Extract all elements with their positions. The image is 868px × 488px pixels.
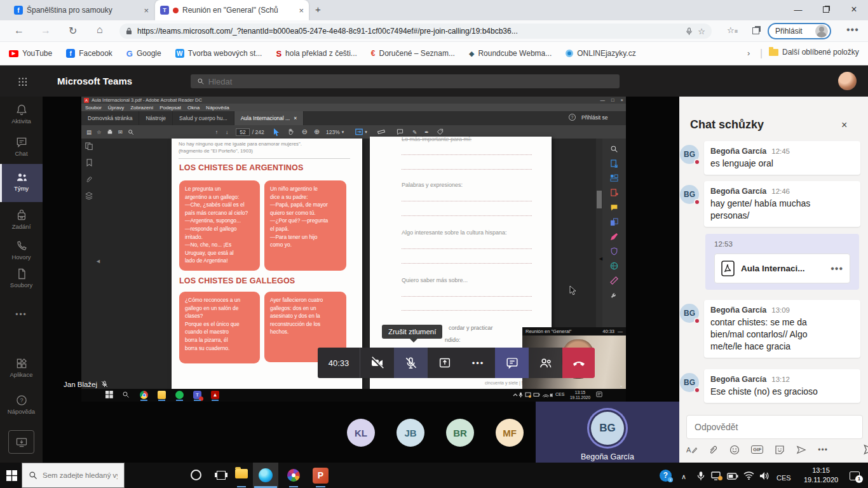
chat-message[interactable]: BG Begoña García12:46 hay gente/ había m… <box>680 181 860 227</box>
export-pdf-icon[interactable] <box>610 159 618 168</box>
taskbar-search-input[interactable] <box>43 471 118 479</box>
voice-search-icon[interactable] <box>686 27 693 36</box>
tab-close-icon[interactable]: × <box>294 115 297 121</box>
participant-avatar-jb[interactable]: JB <box>397 419 424 447</box>
tag-icon[interactable] <box>437 128 444 135</box>
speaker-tile[interactable]: BG Begoña García <box>536 402 679 463</box>
bookmarks-overflow-chevron[interactable]: › <box>747 48 750 58</box>
browser-tab-meeting[interactable]: T Reunión en "General" (Schů × <box>155 0 309 20</box>
collapse-tools-panel-icon[interactable]: ◄ <box>598 255 604 262</box>
web-form-icon[interactable] <box>610 262 618 270</box>
create-pdf-icon[interactable] <box>610 189 618 197</box>
email-icon[interactable]: ✉ <box>118 129 123 135</box>
hand-tool-icon[interactable] <box>287 128 294 135</box>
teams-search-input[interactable] <box>208 77 613 86</box>
mic-toggle-button[interactable] <box>394 348 428 378</box>
menu-okna[interactable]: Okna <box>187 105 200 111</box>
acrobat-tab-home[interactable]: Domovská stránka <box>81 111 139 125</box>
start-button[interactable] <box>6 470 17 481</box>
tray-clock[interactable]: 13:1519.11.2020 <box>796 466 846 485</box>
zoom-dropdown-caret[interactable]: ▾ <box>342 130 344 135</box>
collections-icon[interactable] <box>752 25 759 37</box>
pencil-icon[interactable]: ✎ <box>412 129 417 135</box>
comment-icon[interactable] <box>397 128 403 135</box>
bookmark-youtube[interactable]: ▶YouTube <box>9 49 52 58</box>
bookmark-google[interactable]: GGoogle <box>126 49 161 58</box>
more-tools-icon[interactable] <box>610 291 618 299</box>
selfview-minimize-icon[interactable]: — <box>618 329 623 334</box>
participant-avatar-mf[interactable]: MF <box>496 419 524 447</box>
protect-icon[interactable] <box>610 247 618 255</box>
get-help-tray-icon[interactable]: ?i <box>660 470 672 482</box>
task-view-icon[interactable] <box>217 471 226 480</box>
chat-panel-close-icon[interactable]: × <box>841 119 847 131</box>
tray-volume-icon[interactable] <box>759 471 770 480</box>
tray-language-label[interactable]: CES <box>776 474 791 482</box>
gif-icon[interactable]: GIF <box>751 445 763 454</box>
star-icon[interactable]: ☆ <box>97 129 102 135</box>
zoom-level-value[interactable]: 123% <box>326 129 340 135</box>
address-bar[interactable]: https://teams.microsoft.com/_?tenantId=b… <box>119 24 712 39</box>
chat-file-message[interactable]: 12:53 Aula Internaci... ••• <box>705 234 859 290</box>
rail-more-icon[interactable]: ••• <box>0 310 43 319</box>
refresh-button[interactable]: ↻ <box>69 25 77 37</box>
find-icon[interactable] <box>128 129 134 135</box>
participant-avatar-br[interactable]: BR <box>446 419 474 447</box>
participants-button[interactable] <box>529 348 562 378</box>
fit-page-icon[interactable] <box>355 128 363 135</box>
share-screen-button[interactable] <box>428 348 461 378</box>
menu-zobrazeni[interactable]: Zobrazení <box>130 105 153 111</box>
back-button[interactable]: ← <box>14 25 24 36</box>
window-restore-button[interactable] <box>812 0 840 19</box>
home-button[interactable]: ⌂ <box>97 24 103 36</box>
menu-upravy[interactable]: Úpravy <box>108 105 124 111</box>
menu-podepsat[interactable]: Podepsat <box>159 105 181 111</box>
tray-show-hidden-icon[interactable]: ∧ <box>681 473 686 481</box>
menu-soubor[interactable]: Soubor <box>85 105 102 111</box>
tray-mic-icon[interactable] <box>696 471 705 481</box>
zoom-out-icon[interactable]: ⊖ <box>302 128 308 136</box>
acrobat-help-icon[interactable]: ? <box>569 114 576 121</box>
action-center-icon[interactable]: 1 <box>850 471 860 480</box>
organize-pages-icon[interactable] <box>610 174 618 182</box>
bookmark-onlinejazyky[interactable]: ONLINEjazyky.cz <box>566 49 635 58</box>
fit-dropdown-caret[interactable]: ▾ <box>365 130 367 135</box>
combine-files-icon[interactable] <box>610 218 618 226</box>
hangup-button[interactable] <box>562 348 595 378</box>
acrobat-tab-aula[interactable]: Aula Internacional ...× <box>234 111 304 125</box>
fill-sign-icon[interactable] <box>610 233 618 241</box>
page-up-icon[interactable]: ↑ <box>215 129 218 135</box>
bookmark-tvorba-webu[interactable]: WTvorba webových st... <box>175 49 262 58</box>
ruler-icon[interactable] <box>377 128 385 135</box>
menu-napoveda[interactable]: Nápověda <box>206 105 229 111</box>
send-icon[interactable] <box>864 444 868 455</box>
signin-profile-button[interactable]: Přihlásit <box>768 23 831 39</box>
reply-input[interactable] <box>686 415 863 439</box>
sidebar-item-zadani[interactable]: Zadání <box>0 209 43 230</box>
window-minimize-button[interactable]: — <box>784 0 812 19</box>
sidebar-item-aktivita[interactable]: Aktivita <box>0 104 43 125</box>
more-favorites-folder[interactable]: Další oblíbené položky <box>769 48 859 57</box>
zoom-in-icon[interactable]: ⊕ <box>314 128 320 136</box>
favorite-star-icon[interactable]: ☆ <box>698 27 705 36</box>
acrobat-restore-button[interactable]: □ <box>611 97 614 103</box>
tab-close-icon[interactable]: × <box>144 6 149 15</box>
bookmarks-panel-icon[interactable] <box>86 159 93 166</box>
file-more-options-icon[interactable]: ••• <box>831 263 843 274</box>
share-outlook-icon[interactable] <box>796 445 806 454</box>
app-launcher-icon[interactable] <box>18 77 27 86</box>
page-thumbnails-icon[interactable] <box>85 142 93 150</box>
chat-message[interactable]: BG Begoña García13:09 contar chistes: se… <box>680 300 860 358</box>
sign-pen-icon[interactable]: ✒ <box>424 129 429 135</box>
more-actions-button[interactable]: ••• <box>461 348 495 378</box>
tray-screenshare-icon[interactable] <box>711 471 722 481</box>
bookmark-dorucene[interactable]: €Doručené – Seznam... <box>371 49 455 58</box>
page-number-field[interactable]: 52 <box>236 128 249 136</box>
browser-menu-icon[interactable]: ••• <box>846 24 859 36</box>
sidebar-item-napoveda[interactable]: ? Nápověda <box>0 394 43 415</box>
measure-icon[interactable] <box>610 276 618 285</box>
page-down-icon[interactable]: ↓ <box>226 129 228 135</box>
collapse-left-panel-icon[interactable]: ◄ <box>95 258 101 264</box>
save-icon[interactable]: ▤ <box>86 129 92 135</box>
comment-tool-icon[interactable] <box>610 203 618 212</box>
